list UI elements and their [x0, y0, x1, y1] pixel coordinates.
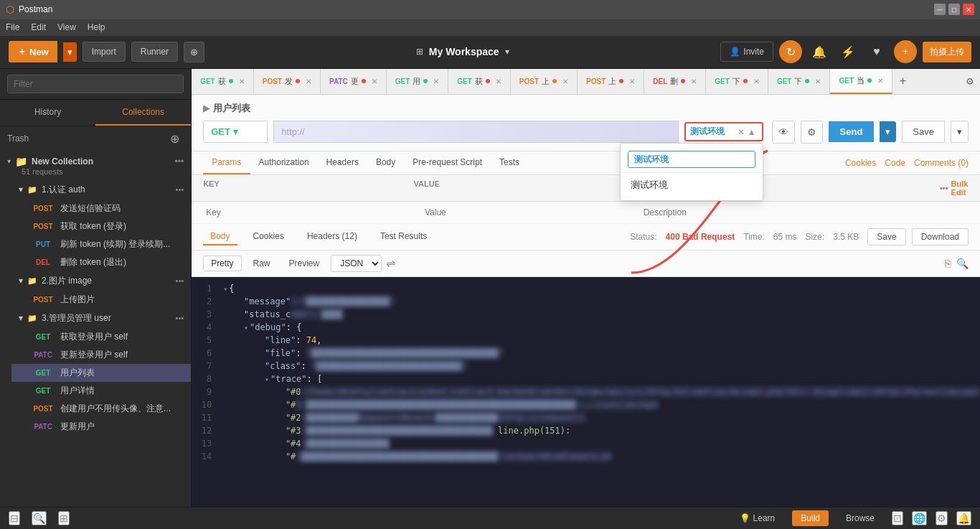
req-item[interactable]: PATC 更新登录用户 self: [11, 346, 191, 364]
close-tab-icon[interactable]: ✕: [815, 78, 821, 85]
url-input[interactable]: [273, 121, 678, 143]
req-item[interactable]: POST 上传图片: [11, 291, 191, 309]
req-nav-auth[interactable]: Authorization: [250, 151, 318, 174]
req-item-active[interactable]: GET 用户列表: [11, 364, 191, 382]
runner-button[interactable]: Runner: [131, 42, 178, 62]
maximize-button[interactable]: □: [948, 4, 960, 15]
folder-user[interactable]: ▾ 📁 3.管理员管理 user •••: [11, 309, 191, 328]
close-tab-icon[interactable]: ✕: [496, 78, 501, 85]
desc-input[interactable]: [641, 206, 754, 219]
env-toggle-button[interactable]: ▲: [746, 127, 758, 137]
env-manage-button[interactable]: 👁: [772, 121, 795, 144]
build-button[interactable]: Build: [792, 510, 829, 526]
req-nav-tests[interactable]: Tests: [491, 151, 528, 174]
send-dropdown-button[interactable]: ▾: [880, 121, 896, 142]
env-search-input[interactable]: [628, 151, 755, 168]
upgrade-button[interactable]: 拍摄上传: [923, 42, 971, 62]
add-tab-button[interactable]: +: [892, 69, 913, 95]
invite-button[interactable]: 👤 Invite: [720, 42, 773, 62]
save-button[interactable]: Save: [902, 121, 945, 143]
close-tab-icon[interactable]: ✕: [877, 77, 883, 85]
tab-1[interactable]: POST 发 ✕: [254, 69, 321, 95]
trash-label[interactable]: Trash: [7, 134, 166, 144]
env-selector[interactable]: 测试环境 ✕ ▲: [684, 122, 763, 141]
bottom-icon-4[interactable]: 🔔: [956, 511, 971, 525]
tab-history[interactable]: History: [0, 100, 95, 126]
tab-4[interactable]: GET 获 ✕: [448, 69, 511, 95]
comments-link[interactable]: Comments (0): [914, 158, 969, 168]
req-item[interactable]: POST 创建用户不用传头像、注意...: [11, 400, 191, 418]
value-input[interactable]: [422, 206, 535, 219]
resp-tab-headers[interactable]: Headers (12): [300, 228, 364, 245]
resp-tab-test-results[interactable]: Test Results: [373, 228, 434, 245]
close-tab-icon[interactable]: ✕: [691, 78, 697, 85]
req-item[interactable]: GET 获取登录用户 self: [11, 328, 191, 346]
bulk-edit-label[interactable]: Bulk Edit: [951, 179, 969, 197]
tab-10-active[interactable]: GET 当 ✕: [830, 69, 892, 95]
req-nav-params[interactable]: Params: [203, 151, 250, 174]
add-collection-button[interactable]: ⊕: [166, 131, 184, 147]
req-item[interactable]: PUT 刷新 token (续期) 登录续期...: [11, 235, 191, 253]
capture-button[interactable]: ⊕: [184, 42, 204, 62]
close-tab-icon[interactable]: ✕: [306, 78, 311, 85]
collection-more-icon[interactable]: •••: [175, 156, 184, 167]
copy-button[interactable]: ⎘: [945, 258, 951, 269]
env-clear-button[interactable]: ✕: [736, 127, 746, 137]
tab-8[interactable]: GET 下 ✕: [706, 69, 768, 95]
tab-9[interactable]: GET 下 ✕: [768, 69, 831, 95]
settings-button[interactable]: ⚙: [801, 121, 823, 144]
req-nav-body[interactable]: Body: [367, 151, 404, 174]
collection-header[interactable]: ▾ 📁 New Collection ••• 51 requests: [0, 151, 191, 180]
format-select[interactable]: JSON XML HTML Text: [331, 255, 382, 272]
folder-auth[interactable]: ▾ 📁 1.认证 auth •••: [11, 180, 191, 200]
close-tab-icon[interactable]: ✕: [629, 78, 635, 85]
tab-6[interactable]: POST 上 ✕: [578, 69, 644, 95]
bottom-layout-button[interactable]: ⊞: [58, 511, 70, 525]
tab-collections[interactable]: Collections: [95, 100, 191, 126]
format-tab-preview[interactable]: Preview: [282, 256, 327, 271]
close-button[interactable]: ✕: [963, 4, 974, 15]
folder-more-icon[interactable]: •••: [176, 276, 184, 285]
save-response-button[interactable]: Save: [867, 228, 905, 245]
req-item[interactable]: PATC 更新用户: [11, 418, 191, 436]
browse-button[interactable]: Browse: [837, 510, 883, 526]
search-input[interactable]: [7, 75, 184, 93]
format-tab-pretty[interactable]: Pretty: [203, 256, 241, 271]
key-input[interactable]: [203, 206, 316, 219]
bottom-icon-2[interactable]: 🌐: [912, 511, 927, 525]
notifications-button[interactable]: 🔔: [808, 40, 831, 63]
bottom-icon-1[interactable]: ⊡: [892, 511, 903, 525]
bottom-console-button[interactable]: ⊟: [9, 511, 20, 525]
req-item[interactable]: DEL 删除 token (退出): [11, 253, 191, 271]
save-dropdown-button[interactable]: ▾: [951, 121, 969, 143]
format-tab-raw[interactable]: Raw: [246, 256, 278, 271]
import-button[interactable]: Import: [83, 42, 126, 62]
menu-edit[interactable]: Edit: [31, 22, 46, 32]
folder-more-icon[interactable]: •••: [176, 185, 184, 194]
close-tab-icon[interactable]: ✕: [372, 78, 377, 85]
req-nav-prereq[interactable]: Pre-request Script: [404, 151, 491, 174]
menu-view[interactable]: View: [57, 22, 76, 32]
send-button[interactable]: Send: [829, 121, 875, 142]
tab-0[interactable]: GET 获 ✕: [192, 69, 254, 95]
tab-2[interactable]: PATC 更 ✕: [321, 69, 387, 95]
req-item[interactable]: POST 发送短信验证码: [11, 200, 191, 217]
method-select[interactable]: GET ▾: [203, 121, 268, 143]
code-link[interactable]: Code: [885, 158, 905, 168]
new-button[interactable]: ＋ New: [9, 41, 57, 62]
wrap-button[interactable]: ⇌: [386, 256, 395, 270]
close-tab-icon[interactable]: ✕: [239, 78, 245, 85]
workspace-label[interactable]: My Workspace: [429, 46, 499, 57]
tab-3[interactable]: GET 用 ✕: [387, 69, 449, 95]
close-tab-icon[interactable]: ✕: [562, 78, 568, 85]
search-response-button[interactable]: 🔍: [956, 258, 969, 269]
download-button[interactable]: Download: [912, 228, 969, 245]
tab-settings-button[interactable]: ⚙: [966, 76, 974, 87]
cookies-link[interactable]: Cookies: [845, 158, 876, 168]
close-tab-icon[interactable]: ✕: [433, 78, 439, 85]
favorites-button[interactable]: ♥: [865, 40, 888, 63]
sync-button[interactable]: ↻: [779, 40, 802, 63]
bottom-search-button[interactable]: 🔍: [32, 511, 47, 525]
bottom-icon-3[interactable]: ⚙: [936, 511, 948, 525]
resp-tab-body[interactable]: Body: [203, 228, 237, 245]
